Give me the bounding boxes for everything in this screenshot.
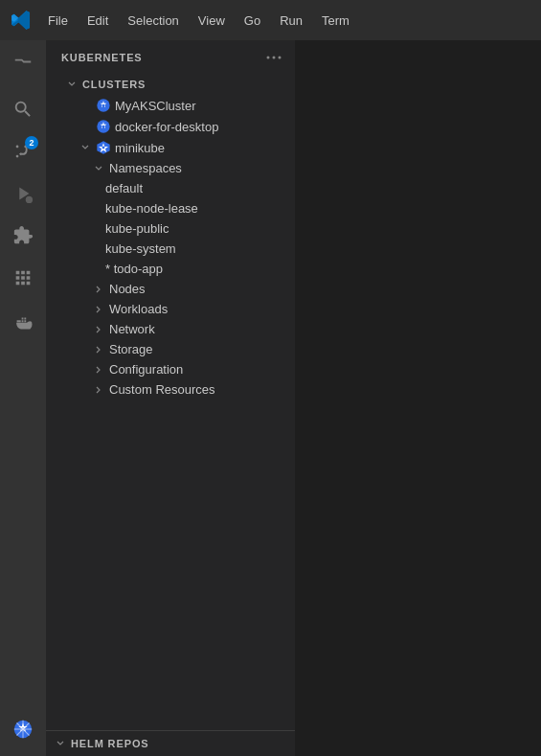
activity-kubernetes[interactable] <box>4 710 42 748</box>
clusters-label: CLUSTERS <box>82 79 146 90</box>
helm-repos-header[interactable]: HELM REPOS <box>46 731 295 756</box>
titlebar: File Edit Selection View Go Run Term <box>0 0 541 40</box>
panel-header: KUBERNETES <box>46 40 295 74</box>
storage-chevron <box>92 343 105 356</box>
panel-actions <box>264 48 283 67</box>
cluster-docker-for-desktop[interactable]: docker-for-desktop <box>46 116 295 137</box>
menu-bar: File Edit Selection View Go Run Term <box>38 10 359 32</box>
source-control-badge: 2 <box>25 136 38 149</box>
k8s-cluster-icon-minikube <box>96 140 111 155</box>
svg-point-8 <box>273 56 276 58</box>
svg-point-0 <box>26 196 33 203</box>
namespaces-chevron <box>92 162 105 175</box>
network-chevron <box>92 323 105 336</box>
namespaces-section[interactable]: Namespaces <box>46 158 295 178</box>
custom-resources-chevron <box>92 383 105 397</box>
network-label: Network <box>109 322 155 336</box>
nodes-label: Nodes <box>109 282 146 296</box>
storage-section[interactable]: Storage <box>46 339 295 359</box>
minikube-chevron <box>79 141 92 154</box>
clusters-chevron <box>65 78 79 91</box>
workloads-label: Workloads <box>109 302 168 316</box>
svg-point-9 <box>279 56 282 58</box>
k8s-cluster-icon <box>96 98 111 113</box>
activity-search[interactable] <box>4 90 42 128</box>
svg-point-7 <box>267 56 270 58</box>
menu-run[interactable]: Run <box>270 10 312 32</box>
namespace-kube-node-lease[interactable]: kube-node-lease <box>46 198 295 218</box>
clusters-section-header[interactable]: CLUSTERS <box>46 74 295 95</box>
cluster-minikube-label: minikube <box>115 141 165 155</box>
helm-repos-section: HELM REPOS <box>46 730 295 756</box>
editor-area <box>295 40 541 756</box>
activity-explorer[interactable] <box>4 48 42 86</box>
cluster-myakscluster-label: MyAKSCluster <box>115 99 196 113</box>
custom-resources-section[interactable]: Custom Resources <box>46 379 295 400</box>
activity-extensions[interactable] <box>4 217 42 255</box>
namespace-default[interactable]: default <box>46 178 295 198</box>
helm-repos-label: HELM REPOS <box>71 738 149 749</box>
vscode-logo <box>8 7 34 34</box>
cluster-myakscluster[interactable]: MyAKSCluster <box>46 95 295 116</box>
activity-docker[interactable] <box>4 305 42 343</box>
cluster-minikube[interactable]: minikube <box>46 137 295 158</box>
network-section[interactable]: Network <box>46 319 295 339</box>
menu-go[interactable]: Go <box>235 10 270 32</box>
svg-point-11 <box>102 104 105 107</box>
namespace-todo-app[interactable]: * todo-app <box>46 259 295 279</box>
nodes-chevron <box>92 283 105 296</box>
workloads-chevron <box>92 303 105 316</box>
activity-remote-explorer[interactable] <box>4 259 42 297</box>
namespace-kube-public-label: kube-public <box>105 221 169 236</box>
custom-resources-label: Custom Resources <box>109 382 215 397</box>
workloads-section[interactable]: Workloads <box>46 299 295 319</box>
tree-container: CLUSTERS MyAKSCluster <box>46 74 295 730</box>
svg-point-13 <box>102 126 105 128</box>
menu-selection[interactable]: Selection <box>118 10 188 32</box>
namespace-kube-node-lease-label: kube-node-lease <box>105 201 198 216</box>
configuration-section[interactable]: Configuration <box>46 359 295 379</box>
namespace-kube-system[interactable]: kube-system <box>46 239 295 259</box>
svg-point-15 <box>102 147 105 149</box>
namespace-todo-app-label: * todo-app <box>105 262 163 276</box>
namespace-default-label: default <box>105 181 143 195</box>
k8s-cluster-icon-2 <box>96 119 111 134</box>
activity-bar: 2 <box>0 40 46 756</box>
menu-edit[interactable]: Edit <box>78 10 118 32</box>
storage-label: Storage <box>109 342 153 356</box>
activity-source-control[interactable]: 2 <box>4 132 42 171</box>
helm-repos-chevron <box>54 737 67 750</box>
menu-file[interactable]: File <box>38 10 78 32</box>
main-layout: 2 <box>0 40 541 756</box>
menu-terminal[interactable]: Term <box>312 10 359 32</box>
namespace-kube-system-label: kube-system <box>105 241 176 256</box>
panel-title: KUBERNETES <box>61 52 143 63</box>
more-actions-button[interactable] <box>264 48 283 67</box>
namespaces-label: Namespaces <box>109 161 182 175</box>
menu-view[interactable]: View <box>189 10 235 32</box>
nodes-section[interactable]: Nodes <box>46 279 295 299</box>
sidebar: KUBERNETES CLUSTERS <box>46 40 295 756</box>
activity-run-debug[interactable] <box>4 174 42 213</box>
cluster-docker-for-desktop-label: docker-for-desktop <box>115 120 218 134</box>
namespace-kube-public[interactable]: kube-public <box>46 218 295 239</box>
configuration-label: Configuration <box>109 362 183 377</box>
configuration-chevron <box>92 363 105 377</box>
